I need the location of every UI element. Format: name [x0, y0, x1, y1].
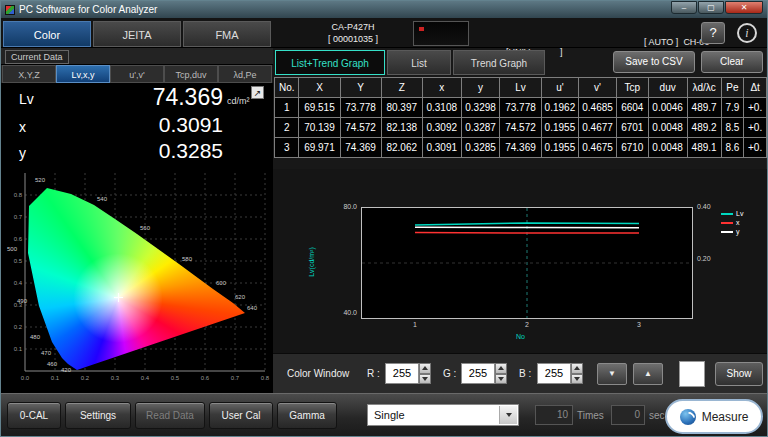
legend-item: Lv — [721, 209, 743, 218]
show-button[interactable]: Show — [715, 362, 763, 386]
table-header: λd/λc — [687, 78, 721, 98]
wavelength-label: 470 — [41, 350, 51, 357]
zero-cal-button[interactable]: 0-CAL — [7, 402, 61, 429]
wavelength-label: 620 — [235, 294, 245, 301]
table-header: Pe — [721, 78, 744, 98]
trend-line-Lv — [415, 223, 639, 225]
trend-line-x — [415, 233, 639, 234]
lv-value: 74.369 — [153, 84, 223, 111]
b-spinner[interactable] — [571, 363, 583, 384]
wavelength-label: 540 — [97, 196, 107, 203]
tab-trend-graph[interactable]: Trend Graph — [453, 50, 545, 75]
x-tick-2: 2 — [521, 321, 533, 328]
bottom-bar: 0-CAL Settings Read Data User Cal Gamma … — [1, 393, 768, 437]
tab-ldpe[interactable]: λd,Pe — [218, 65, 272, 83]
table-header: No. — [275, 78, 299, 98]
tab-jeita[interactable]: JEITA — [93, 21, 181, 47]
results-table: No.XYZxyLvu'v'Tcpduvλd/λcPeΔt169.51573.7… — [274, 77, 767, 158]
legend-item: y — [721, 227, 743, 236]
tab-list-trend[interactable]: List+Trend Graph — [275, 50, 385, 75]
measure-icon — [680, 409, 696, 425]
x-tick-3: 3 — [633, 321, 645, 328]
wavelength-label: 490 — [17, 298, 27, 305]
tab-fma[interactable]: FMA — [183, 21, 271, 47]
probe-serial: [ 00001035 ] — [297, 33, 409, 45]
times-input[interactable]: 10 — [535, 405, 573, 425]
maximize-button[interactable]: ▢ — [698, 1, 724, 14]
close-button[interactable]: ✕ — [725, 1, 763, 14]
wavelength-label: 480 — [30, 334, 40, 341]
current-data-bar: Current Data — [1, 48, 273, 65]
b-input[interactable]: 255 — [537, 363, 571, 384]
tab-xyz[interactable]: X,Y,Z — [2, 65, 56, 83]
measure-button[interactable]: Measure — [665, 399, 763, 434]
x-axis-tick: 0.3 — [107, 375, 123, 381]
decrease-button[interactable]: ▼ — [597, 363, 627, 385]
x-label: x — [19, 119, 26, 135]
wavelength-label: 460 — [47, 361, 57, 368]
read-data-button[interactable]: Read Data — [135, 402, 205, 429]
measure-mode-dropdown[interactable]: Single — [367, 404, 519, 426]
save-to-csv-button[interactable]: Save to CSV — [613, 51, 695, 73]
table-header: u' — [541, 78, 579, 98]
sec-input[interactable]: 0 — [611, 405, 645, 425]
legend-item: x — [721, 218, 743, 227]
x-axis-tick: 0.5 — [167, 375, 183, 381]
lv-label: Lv — [19, 91, 34, 107]
table-row[interactable]: 369.97174.36982.0620.30910.328574.3690.1… — [275, 138, 767, 158]
trend-legend: Lvxy — [721, 209, 743, 236]
x-value: 0.3091 — [159, 113, 223, 137]
y-axis-tick: 0.4 — [3, 280, 22, 286]
x-axis-tick: 0.6 — [197, 375, 213, 381]
y-value: 0.3285 — [159, 139, 223, 163]
y-axis-tick: 0.2 — [3, 324, 22, 330]
x-axis-tick: 0.2 — [77, 375, 93, 381]
table-row[interactable]: 270.13974.57282.1380.30920.328774.5720.1… — [275, 118, 767, 138]
g-input[interactable]: 255 — [461, 363, 495, 384]
g-spinner[interactable] — [495, 363, 507, 384]
wavelength-label: 500 — [7, 246, 17, 253]
tab-tcpduv[interactable]: Tcp,duv — [164, 65, 218, 83]
r-spinner[interactable] — [419, 363, 431, 384]
y-axis-mid-right: 0.20 — [697, 255, 711, 262]
wavelength-label: 640 — [247, 305, 257, 312]
table-row[interactable]: 169.51573.77880.3970.31080.329873.7780.1… — [275, 98, 767, 118]
header-bar: Color JEITA FMA CA-P427H [ 00001035 ] [U… — [1, 18, 767, 48]
tab-uv[interactable]: u',v' — [110, 65, 164, 83]
b-label: B : — [519, 368, 531, 379]
help-button[interactable]: ? — [701, 22, 725, 44]
table-header: Δt — [744, 78, 767, 98]
y-axis-tick: 0.7 — [3, 214, 22, 220]
current-data-label: Current Data — [5, 50, 69, 64]
r-input[interactable]: 255 — [385, 363, 419, 384]
probe-display — [413, 21, 469, 46]
g-label: G : — [443, 368, 456, 379]
times-label: Times — [577, 410, 604, 421]
probe-model: CA-P427H — [297, 21, 409, 33]
y-label: y — [19, 145, 26, 161]
expand-icon[interactable]: ↗ — [251, 86, 264, 99]
color-window-bar: Color Window R : 255 G : 255 B : 255 ▼ ▲… — [273, 353, 768, 393]
tab-color[interactable]: Color — [3, 21, 91, 47]
tab-lvxy[interactable]: Lv,x,y — [56, 65, 110, 83]
gamma-button[interactable]: Gamma — [277, 402, 337, 429]
probe-info: CA-P427H [ 00001035 ] — [297, 21, 409, 45]
wavelength-label: 520 — [35, 177, 45, 184]
table-header: Z — [381, 78, 422, 98]
info-button[interactable]: i — [737, 23, 757, 43]
y-axis-tick: 0.5 — [3, 258, 22, 264]
app-icon — [5, 5, 15, 15]
lv-unit: cd/m² — [227, 96, 250, 106]
x-axis-tick: 0.1 — [47, 375, 63, 381]
color-window-label: Color Window — [287, 368, 349, 379]
chevron-down-icon[interactable] — [499, 406, 517, 424]
clear-button[interactable]: Clear — [701, 51, 763, 73]
sec-label: sec — [649, 410, 665, 421]
minimize-button[interactable]: – — [671, 1, 697, 14]
increase-button[interactable]: ▲ — [633, 363, 663, 385]
settings-button[interactable]: Settings — [65, 402, 131, 429]
tab-list[interactable]: List — [387, 50, 451, 75]
user-cal-button[interactable]: User Cal — [209, 402, 273, 429]
table-header: y — [461, 78, 500, 98]
measure-button-label: Measure — [702, 410, 749, 424]
